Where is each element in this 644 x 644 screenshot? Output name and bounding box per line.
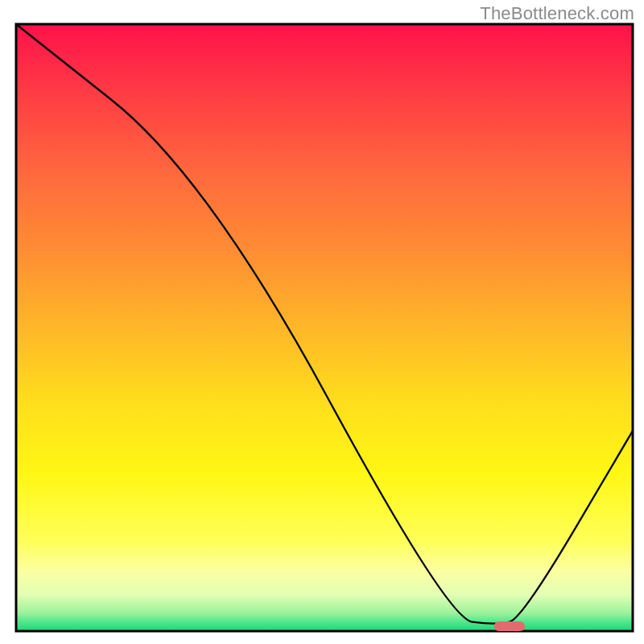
bottleneck-chart <box>0 0 644 644</box>
optimum-marker <box>494 621 525 631</box>
chart-stage: TheBottleneck.com <box>0 0 644 644</box>
plot-area <box>16 24 633 631</box>
